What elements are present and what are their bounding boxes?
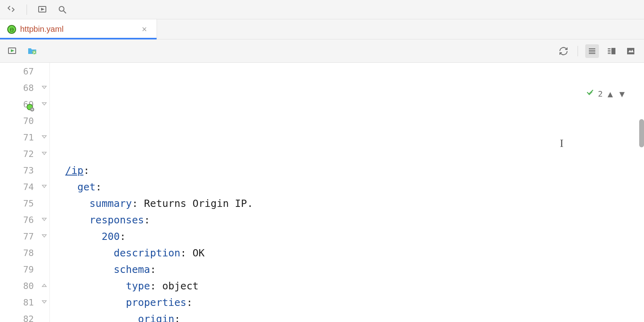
check-icon (547, 69, 594, 119)
code-line[interactable]: get: (53, 179, 644, 195)
search-icon[interactable] (57, 4, 68, 15)
close-icon[interactable]: × (139, 24, 149, 35)
fold-toggle-icon[interactable] (41, 101, 47, 107)
code-line[interactable]: schema: (53, 261, 644, 278)
code-content[interactable]: 2 ▲ ▼ I /ip: get: summary: Returns Origi… (50, 63, 644, 322)
line-number: 68 (0, 80, 34, 96)
code-line[interactable] (53, 146, 644, 162)
fold-toggle-icon[interactable] (41, 216, 47, 223)
code-line[interactable]: summary: Returns Origin IP. (53, 195, 644, 212)
prev-problem-icon[interactable]: ▲ (606, 86, 615, 102)
scrollbar-thumb[interactable] (639, 119, 644, 147)
line-number: 74 (0, 179, 34, 195)
line-number: 71 (0, 129, 34, 146)
fold-toggle-icon[interactable] (41, 134, 47, 140)
inspection-badge[interactable]: 2 ▲ ▼ (547, 69, 626, 119)
preview-only-view-icon[interactable] (624, 44, 638, 58)
fold-toggle-icon[interactable] (41, 183, 47, 190)
line-number: 73 (0, 162, 34, 179)
fold-toggle-icon[interactable] (41, 233, 47, 239)
line-number: 72 (0, 146, 34, 162)
editor-only-view-icon[interactable] (585, 44, 599, 58)
svg-point-2 (59, 6, 64, 11)
line-number: 70 (0, 113, 34, 129)
next-problem-icon[interactable]: ▼ (618, 86, 626, 102)
svg-marker-1 (41, 8, 43, 10)
code-line[interactable]: responses: (53, 212, 644, 228)
run-endpoint-icon[interactable] (6, 45, 18, 57)
code-line[interactable]: properties: (53, 294, 644, 311)
endpoint-gutter-icon[interactable] (27, 101, 35, 109)
line-number: 78 (0, 245, 34, 261)
fold-toggle-icon[interactable] (41, 150, 47, 157)
editor-tab-bar: httpbin.yaml × (0, 19, 644, 39)
openapi-file-icon (7, 25, 16, 34)
line-number: 76 (0, 212, 34, 228)
svg-line-3 (64, 11, 66, 13)
inspection-count: 2 (598, 86, 603, 102)
line-number: 75 (0, 195, 34, 212)
code-editor[interactable]: 67686970717273747576777879808182 2 ▲ ▼ I… (0, 63, 644, 322)
code-line[interactable]: 200: (53, 228, 644, 245)
fold-toggle-icon[interactable] (41, 299, 47, 305)
editor-tab-httpbin[interactable]: httpbin.yaml × (0, 19, 157, 39)
line-number: 67 (0, 63, 34, 80)
code-line[interactable]: /ip: (53, 162, 644, 179)
line-number: 80 (0, 278, 34, 294)
toolbar-separator (578, 46, 578, 56)
fold-toggle-icon[interactable] (41, 282, 47, 289)
build-icon[interactable] (6, 4, 17, 15)
folder-icon[interactable] (27, 45, 38, 57)
line-number: 69 (0, 96, 34, 113)
code-line[interactable]: origin: (53, 311, 644, 322)
fold-toggle-icon[interactable] (41, 84, 47, 91)
line-number: 79 (0, 261, 34, 278)
split-view-icon[interactable] (605, 44, 618, 58)
code-line[interactable]: description: OK (53, 245, 644, 261)
line-number: 81 (0, 294, 34, 311)
svg-rect-15 (612, 48, 615, 54)
code-line[interactable]: type: object (53, 278, 644, 294)
tab-label: httpbin.yaml (20, 25, 135, 34)
svg-marker-5 (11, 50, 13, 52)
editor-toolbar (0, 39, 644, 63)
main-toolbar (0, 0, 644, 19)
line-number: 77 (0, 228, 34, 245)
toolbar-separator (27, 4, 27, 15)
line-number: 82 (0, 311, 34, 322)
run-config-icon[interactable] (37, 4, 48, 15)
refresh-icon[interactable] (557, 44, 570, 58)
line-number-gutter: 67686970717273747576777879808182 (0, 63, 39, 322)
fold-column[interactable] (39, 63, 50, 322)
